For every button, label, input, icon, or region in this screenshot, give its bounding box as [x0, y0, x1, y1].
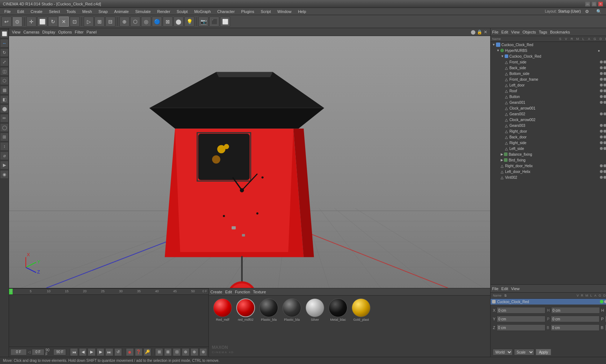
- points-mode[interactable]: ⬡: [0, 76, 9, 85]
- scale-tool-left[interactable]: ⤢: [0, 58, 9, 66]
- menu-simulate[interactable]: Simulate: [132, 9, 154, 14]
- morph-tool[interactable]: ◉: [0, 170, 9, 179]
- select-objects-tool[interactable]: ⬜: [0, 30, 9, 38]
- move-tool[interactable]: ✛: [26, 17, 36, 27]
- maximize-button[interactable]: □: [592, 1, 597, 6]
- coord-x-pos[interactable]: 0 cm: [497, 307, 545, 314]
- om-menu-objects[interactable]: Objects: [522, 30, 536, 34]
- object-button[interactable]: △ Button: [491, 94, 606, 99]
- material-item-red2[interactable]: red_mdf02: [235, 298, 256, 321]
- shader-ball[interactable]: 🔵: [152, 17, 162, 27]
- attr-menu-file[interactable]: File: [492, 287, 499, 291]
- menu-create[interactable]: Create: [28, 9, 45, 14]
- paint-mode[interactable]: ✏: [0, 114, 9, 123]
- coord-y-pos[interactable]: 0 cm: [497, 316, 545, 322]
- layout-icon[interactable]: ⚙: [582, 8, 592, 15]
- coord-z-pos[interactable]: 0 cm: [497, 324, 545, 331]
- menu-mesh[interactable]: Mesh: [79, 9, 95, 14]
- pb-btn-d[interactable]: ⊛: [182, 348, 189, 356]
- coord-system-select[interactable]: World Object: [493, 349, 513, 355]
- material-item-silver[interactable]: Silver: [304, 298, 326, 321]
- render-view[interactable]: ▷: [84, 17, 94, 27]
- loop-button[interactable]: ↺: [114, 348, 122, 356]
- object-roof[interactable]: △ Roof: [491, 88, 606, 94]
- object-left-side[interactable]: △ Left_side: [491, 146, 606, 151]
- scale-tool[interactable]: ✕: [59, 17, 69, 27]
- material-manager[interactable]: ◎: [141, 17, 151, 27]
- object-clock-arrow002[interactable]: △ Clock_arrow002: [491, 117, 606, 123]
- object-left-door[interactable]: △ Left_door: [491, 82, 606, 88]
- viewport[interactable]: Perspective: [9, 36, 490, 288]
- coord-p-val[interactable]: [551, 316, 600, 322]
- move-tool-left[interactable]: ↔: [0, 39, 9, 48]
- coord-h-val[interactable]: [551, 307, 600, 314]
- object-bird-fixing[interactable]: ▶ Bird_fixing: [491, 157, 606, 163]
- pb-btn-a[interactable]: ⊞: [155, 348, 163, 356]
- select-tool[interactable]: ⬜: [37, 17, 47, 27]
- object-back-door[interactable]: △ Back_door: [491, 134, 606, 140]
- vp-icon-2[interactable]: 🔒: [477, 30, 482, 35]
- object-bottom-side[interactable]: △ Bottom_side: [491, 71, 606, 76]
- material-item-red[interactable]: Red_mdf: [212, 298, 233, 321]
- keyframe-button[interactable]: ❓: [135, 348, 142, 356]
- texture-mode[interactable]: ⬡: [130, 17, 140, 27]
- object-right-door[interactable]: △ Right_door: [491, 128, 606, 134]
- pb-btn-f[interactable]: ⊗: [199, 348, 207, 356]
- menu-snap[interactable]: Snap: [96, 9, 111, 14]
- frame-start-input[interactable]: 0 F: [32, 349, 44, 355]
- search-icon[interactable]: 🔍: [593, 8, 605, 15]
- vp-menu-filter[interactable]: Filter: [75, 30, 83, 34]
- go-start-button[interactable]: ⏮: [70, 348, 78, 356]
- object-clock-arrow001[interactable]: △ Clock_arrow001: [491, 105, 606, 111]
- render-left[interactable]: ▶: [0, 161, 9, 169]
- frame-end-input[interactable]: 90 F: [53, 349, 66, 355]
- transform-select[interactable]: Scale Move Rotate: [514, 349, 534, 355]
- menu-animate[interactable]: Animate: [111, 9, 132, 14]
- om-menu-tags[interactable]: Tags: [539, 30, 547, 34]
- object-gears002[interactable]: △ Gears002: [491, 111, 606, 117]
- vp-menu-cameras[interactable]: Cameras: [23, 30, 40, 34]
- menu-help[interactable]: Help: [295, 9, 309, 14]
- next-frame-button[interactable]: ▶: [97, 348, 104, 356]
- material-item-gold[interactable]: Gold_plast: [350, 298, 372, 321]
- menu-sculpt[interactable]: Sculpt: [174, 9, 191, 14]
- snap-tool[interactable]: ⊞: [0, 133, 9, 141]
- minimize-button[interactable]: ─: [585, 1, 590, 6]
- menu-select[interactable]: Select: [46, 9, 63, 14]
- material-item-plastic-black2[interactable]: Plastic_bla: [281, 298, 303, 321]
- play-button[interactable]: ▶: [88, 348, 95, 356]
- menu-script[interactable]: Script: [258, 9, 274, 14]
- redo-button[interactable]: ⊙: [12, 17, 22, 27]
- pb-btn-c[interactable]: ⊟: [173, 348, 180, 356]
- light-btn[interactable]: 💡: [184, 17, 194, 27]
- view-shading[interactable]: ⬛: [209, 17, 219, 27]
- object-balance-fixing[interactable]: ▶ Balance_fixing: [491, 151, 606, 157]
- mat-menu-function[interactable]: Function: [235, 290, 250, 294]
- vp-menu-view[interactable]: View: [12, 30, 21, 34]
- menu-render[interactable]: Render: [154, 9, 173, 14]
- polygon-mode[interactable]: ◧: [0, 95, 9, 104]
- apply-button[interactable]: Apply: [536, 349, 551, 355]
- rotate-tool[interactable]: ↻: [48, 17, 58, 27]
- om-menu-view[interactable]: View: [511, 30, 520, 34]
- camera-left[interactable]: ⌀: [0, 151, 9, 160]
- object-right-door-helix[interactable]: △ Right_door_Helix: [491, 163, 606, 169]
- mat-menu-create[interactable]: Create: [210, 290, 222, 294]
- rotate-tool-left[interactable]: ↻: [0, 48, 9, 57]
- menu-character[interactable]: Character: [214, 9, 237, 14]
- axis-mode[interactable]: ⬤: [174, 17, 184, 27]
- current-frame-input[interactable]: 0 F: [10, 349, 27, 355]
- coord-b-val[interactable]: [551, 324, 600, 331]
- uv-mode[interactable]: ⬤: [0, 105, 9, 113]
- object-gears001[interactable]: △ Gears001: [491, 99, 606, 105]
- render-settings[interactable]: ⊟: [105, 17, 115, 27]
- record-button[interactable]: ⏺: [126, 348, 133, 356]
- mat-menu-edit[interactable]: Edit: [225, 290, 232, 294]
- material-item-metal-black[interactable]: Metal_blac: [327, 298, 349, 321]
- close-button[interactable]: ✕: [598, 1, 603, 6]
- vp-menu-panel[interactable]: Panel: [87, 30, 97, 34]
- om-menu-edit[interactable]: Edit: [501, 30, 508, 34]
- render-region[interactable]: ⊡: [70, 17, 80, 27]
- pb-btn-b[interactable]: ⊠: [164, 348, 172, 356]
- om-menu-file[interactable]: File: [492, 30, 499, 34]
